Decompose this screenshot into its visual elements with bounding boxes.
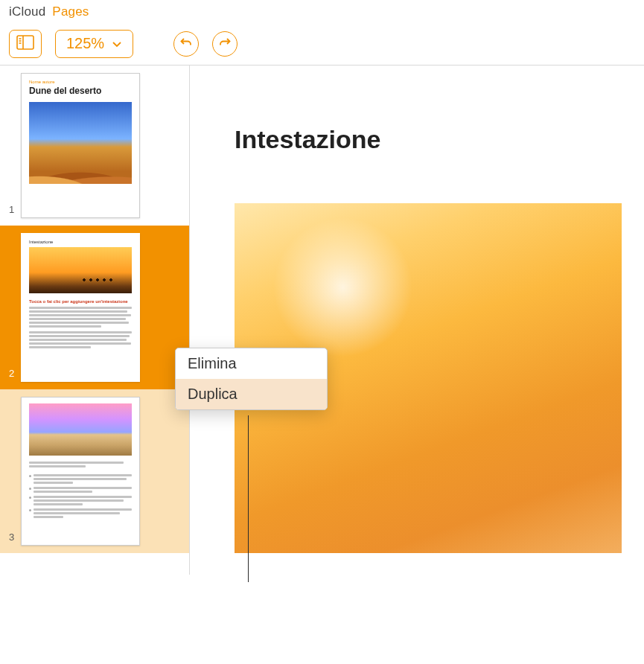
- redo-button[interactable]: [212, 31, 237, 57]
- app-title: iCloud Pages: [9, 4, 89, 19]
- context-menu-item-delete[interactable]: Elimina: [176, 348, 327, 379]
- page-heading[interactable]: Intestazione: [235, 125, 644, 154]
- thumbnail-preview: [21, 397, 140, 546]
- context-menu-item-duplicate[interactable]: Duplica: [176, 379, 327, 409]
- workspace: 1 Nome autore Dune del deserto 2 Intesta…: [0, 66, 644, 575]
- bottom-padding: [0, 575, 644, 664]
- brand-icloud: iCloud: [9, 4, 45, 19]
- redo-icon: [218, 36, 232, 52]
- zoom-value: 125%: [66, 35, 104, 52]
- callout-line: [248, 415, 249, 582]
- undo-icon: [179, 36, 193, 52]
- page-number: 1: [9, 204, 14, 215]
- thumb-photo: [29, 403, 132, 456]
- thumb-author-line: Nome autore: [29, 80, 132, 84]
- undo-button[interactable]: [173, 31, 199, 57]
- document-canvas[interactable]: Intestazione: [190, 66, 644, 575]
- sidebar-toggle-icon: [16, 35, 34, 53]
- thumb-photo: [29, 247, 132, 293]
- page-thumbnail-3[interactable]: 3: [0, 389, 189, 553]
- page-thumbnail-2[interactable]: 2 Intestazione Tocca o fai clic per aggi…: [0, 226, 189, 389]
- page-number: 2: [9, 368, 14, 379]
- thumb-subhead: Tocca o fai clic per aggiungere un'intes…: [29, 299, 132, 304]
- svg-rect-0: [17, 36, 34, 49]
- brand-pages: Pages: [52, 4, 89, 19]
- thumb-cover-image: [29, 102, 132, 184]
- page-thumbnails-sidebar: 1 Nome autore Dune del deserto 2 Intesta…: [0, 66, 190, 575]
- zoom-select[interactable]: 125%: [55, 30, 133, 58]
- chevron-down-icon: [112, 40, 122, 48]
- context-menu: Elimina Duplica: [175, 348, 328, 410]
- page-thumbnail-1[interactable]: 1 Nome autore Dune del deserto: [0, 66, 189, 226]
- thumb-header-label: Intestazione: [29, 240, 132, 244]
- toolbar: 125%: [0, 22, 644, 66]
- page-number: 3: [9, 531, 14, 543]
- thumbnail-preview: Nome autore Dune del deserto: [21, 73, 140, 218]
- app-title-bar: iCloud Pages: [0, 0, 644, 22]
- thumb-title: Dune del deserto: [29, 86, 132, 96]
- view-options-button[interactable]: [9, 30, 42, 58]
- thumbnail-preview: Intestazione Tocca o fai clic per aggiun…: [21, 233, 140, 382]
